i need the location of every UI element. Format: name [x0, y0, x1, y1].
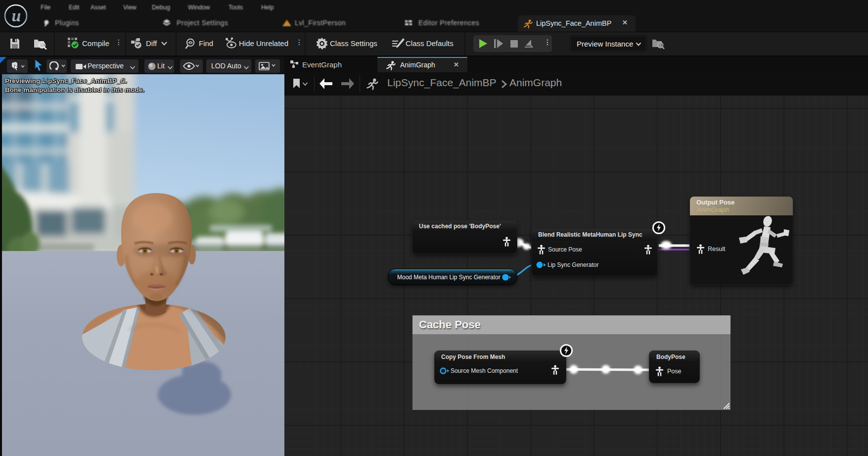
svg-text:u: u: [12, 6, 21, 25]
